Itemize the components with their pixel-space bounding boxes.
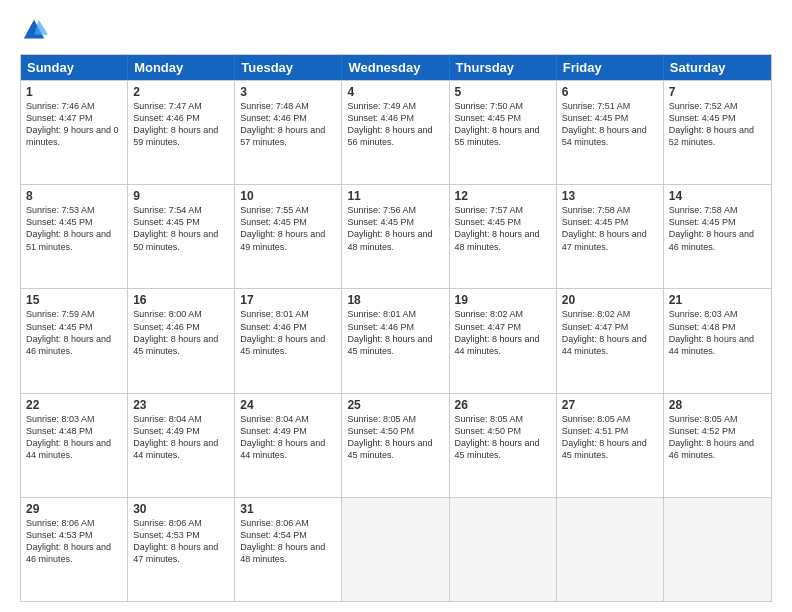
- cell-details: Sunrise: 8:06 AMSunset: 4:53 PMDaylight:…: [26, 517, 122, 566]
- cell-details: Sunrise: 7:57 AMSunset: 4:45 PMDaylight:…: [455, 204, 551, 253]
- day-number: 12: [455, 189, 551, 203]
- cell-details: Sunrise: 8:00 AMSunset: 4:46 PMDaylight:…: [133, 308, 229, 357]
- cell-details: Sunrise: 8:05 AMSunset: 4:51 PMDaylight:…: [562, 413, 658, 462]
- day-number: 1: [26, 85, 122, 99]
- calendar: SundayMondayTuesdayWednesdayThursdayFrid…: [20, 54, 772, 602]
- cell-details: Sunrise: 7:56 AMSunset: 4:45 PMDaylight:…: [347, 204, 443, 253]
- table-row: 11Sunrise: 7:56 AMSunset: 4:45 PMDayligh…: [342, 185, 449, 288]
- table-row: 15Sunrise: 7:59 AMSunset: 4:45 PMDayligh…: [21, 289, 128, 392]
- day-number: 20: [562, 293, 658, 307]
- table-row: 9Sunrise: 7:54 AMSunset: 4:45 PMDaylight…: [128, 185, 235, 288]
- cell-details: Sunrise: 7:58 AMSunset: 4:45 PMDaylight:…: [562, 204, 658, 253]
- week-row-4: 22Sunrise: 8:03 AMSunset: 4:48 PMDayligh…: [21, 393, 771, 497]
- day-number: 30: [133, 502, 229, 516]
- table-row: 24Sunrise: 8:04 AMSunset: 4:49 PMDayligh…: [235, 394, 342, 497]
- day-number: 21: [669, 293, 766, 307]
- cell-details: Sunrise: 7:59 AMSunset: 4:45 PMDaylight:…: [26, 308, 122, 357]
- cell-details: Sunrise: 8:02 AMSunset: 4:47 PMDaylight:…: [455, 308, 551, 357]
- cell-details: Sunrise: 7:58 AMSunset: 4:45 PMDaylight:…: [669, 204, 766, 253]
- table-row: 7Sunrise: 7:52 AMSunset: 4:45 PMDaylight…: [664, 81, 771, 184]
- table-row: 13Sunrise: 7:58 AMSunset: 4:45 PMDayligh…: [557, 185, 664, 288]
- table-row: 18Sunrise: 8:01 AMSunset: 4:46 PMDayligh…: [342, 289, 449, 392]
- day-number: 19: [455, 293, 551, 307]
- table-row: 21Sunrise: 8:03 AMSunset: 4:48 PMDayligh…: [664, 289, 771, 392]
- cell-details: Sunrise: 8:04 AMSunset: 4:49 PMDaylight:…: [133, 413, 229, 462]
- table-row: 16Sunrise: 8:00 AMSunset: 4:46 PMDayligh…: [128, 289, 235, 392]
- day-number: 28: [669, 398, 766, 412]
- header-day-saturday: Saturday: [664, 55, 771, 80]
- cell-details: Sunrise: 8:06 AMSunset: 4:53 PMDaylight:…: [133, 517, 229, 566]
- cell-details: Sunrise: 7:52 AMSunset: 4:45 PMDaylight:…: [669, 100, 766, 149]
- table-row: 3Sunrise: 7:48 AMSunset: 4:46 PMDaylight…: [235, 81, 342, 184]
- cell-details: Sunrise: 8:03 AMSunset: 4:48 PMDaylight:…: [26, 413, 122, 462]
- cell-details: Sunrise: 7:48 AMSunset: 4:46 PMDaylight:…: [240, 100, 336, 149]
- table-row: 23Sunrise: 8:04 AMSunset: 4:49 PMDayligh…: [128, 394, 235, 497]
- table-row: 30Sunrise: 8:06 AMSunset: 4:53 PMDayligh…: [128, 498, 235, 601]
- cell-details: Sunrise: 7:55 AMSunset: 4:45 PMDaylight:…: [240, 204, 336, 253]
- day-number: 17: [240, 293, 336, 307]
- cell-details: Sunrise: 8:01 AMSunset: 4:46 PMDaylight:…: [347, 308, 443, 357]
- table-row: 17Sunrise: 8:01 AMSunset: 4:46 PMDayligh…: [235, 289, 342, 392]
- day-number: 10: [240, 189, 336, 203]
- table-row: 6Sunrise: 7:51 AMSunset: 4:45 PMDaylight…: [557, 81, 664, 184]
- day-number: 4: [347, 85, 443, 99]
- week-row-3: 15Sunrise: 7:59 AMSunset: 4:45 PMDayligh…: [21, 288, 771, 392]
- cell-details: Sunrise: 8:02 AMSunset: 4:47 PMDaylight:…: [562, 308, 658, 357]
- header-day-wednesday: Wednesday: [342, 55, 449, 80]
- cell-details: Sunrise: 7:53 AMSunset: 4:45 PMDaylight:…: [26, 204, 122, 253]
- day-number: 5: [455, 85, 551, 99]
- table-row: 14Sunrise: 7:58 AMSunset: 4:45 PMDayligh…: [664, 185, 771, 288]
- table-row: 4Sunrise: 7:49 AMSunset: 4:46 PMDaylight…: [342, 81, 449, 184]
- day-number: 3: [240, 85, 336, 99]
- page-header: [20, 16, 772, 44]
- day-number: 25: [347, 398, 443, 412]
- table-row: 10Sunrise: 7:55 AMSunset: 4:45 PMDayligh…: [235, 185, 342, 288]
- table-row: 22Sunrise: 8:03 AMSunset: 4:48 PMDayligh…: [21, 394, 128, 497]
- calendar-body: 1Sunrise: 7:46 AMSunset: 4:47 PMDaylight…: [21, 80, 771, 601]
- day-number: 22: [26, 398, 122, 412]
- table-row: 20Sunrise: 8:02 AMSunset: 4:47 PMDayligh…: [557, 289, 664, 392]
- week-row-1: 1Sunrise: 7:46 AMSunset: 4:47 PMDaylight…: [21, 80, 771, 184]
- day-number: 24: [240, 398, 336, 412]
- week-row-2: 8Sunrise: 7:53 AMSunset: 4:45 PMDaylight…: [21, 184, 771, 288]
- logo: [20, 16, 52, 44]
- cell-details: Sunrise: 7:49 AMSunset: 4:46 PMDaylight:…: [347, 100, 443, 149]
- day-number: 14: [669, 189, 766, 203]
- day-number: 13: [562, 189, 658, 203]
- table-row: 2Sunrise: 7:47 AMSunset: 4:46 PMDaylight…: [128, 81, 235, 184]
- cell-details: Sunrise: 7:50 AMSunset: 4:45 PMDaylight:…: [455, 100, 551, 149]
- day-number: 16: [133, 293, 229, 307]
- cell-details: Sunrise: 7:46 AMSunset: 4:47 PMDaylight:…: [26, 100, 122, 149]
- table-row: 12Sunrise: 7:57 AMSunset: 4:45 PMDayligh…: [450, 185, 557, 288]
- day-number: 8: [26, 189, 122, 203]
- day-number: 23: [133, 398, 229, 412]
- calendar-header: SundayMondayTuesdayWednesdayThursdayFrid…: [21, 55, 771, 80]
- table-row: 1Sunrise: 7:46 AMSunset: 4:47 PMDaylight…: [21, 81, 128, 184]
- table-row: 25Sunrise: 8:05 AMSunset: 4:50 PMDayligh…: [342, 394, 449, 497]
- day-number: 26: [455, 398, 551, 412]
- day-number: 15: [26, 293, 122, 307]
- table-row: 26Sunrise: 8:05 AMSunset: 4:50 PMDayligh…: [450, 394, 557, 497]
- day-number: 27: [562, 398, 658, 412]
- table-row: 28Sunrise: 8:05 AMSunset: 4:52 PMDayligh…: [664, 394, 771, 497]
- week-row-5: 29Sunrise: 8:06 AMSunset: 4:53 PMDayligh…: [21, 497, 771, 601]
- cell-details: Sunrise: 8:04 AMSunset: 4:49 PMDaylight:…: [240, 413, 336, 462]
- cell-details: Sunrise: 8:03 AMSunset: 4:48 PMDaylight:…: [669, 308, 766, 357]
- day-number: 18: [347, 293, 443, 307]
- table-row: 8Sunrise: 7:53 AMSunset: 4:45 PMDaylight…: [21, 185, 128, 288]
- table-row: [450, 498, 557, 601]
- table-row: 5Sunrise: 7:50 AMSunset: 4:45 PMDaylight…: [450, 81, 557, 184]
- table-row: 27Sunrise: 8:05 AMSunset: 4:51 PMDayligh…: [557, 394, 664, 497]
- cell-details: Sunrise: 7:47 AMSunset: 4:46 PMDaylight:…: [133, 100, 229, 149]
- day-number: 9: [133, 189, 229, 203]
- cell-details: Sunrise: 8:01 AMSunset: 4:46 PMDaylight:…: [240, 308, 336, 357]
- table-row: 31Sunrise: 8:06 AMSunset: 4:54 PMDayligh…: [235, 498, 342, 601]
- cell-details: Sunrise: 8:05 AMSunset: 4:52 PMDaylight:…: [669, 413, 766, 462]
- header-day-thursday: Thursday: [450, 55, 557, 80]
- cell-details: Sunrise: 8:06 AMSunset: 4:54 PMDaylight:…: [240, 517, 336, 566]
- table-row: [664, 498, 771, 601]
- cell-details: Sunrise: 7:54 AMSunset: 4:45 PMDaylight:…: [133, 204, 229, 253]
- day-number: 11: [347, 189, 443, 203]
- day-number: 2: [133, 85, 229, 99]
- day-number: 31: [240, 502, 336, 516]
